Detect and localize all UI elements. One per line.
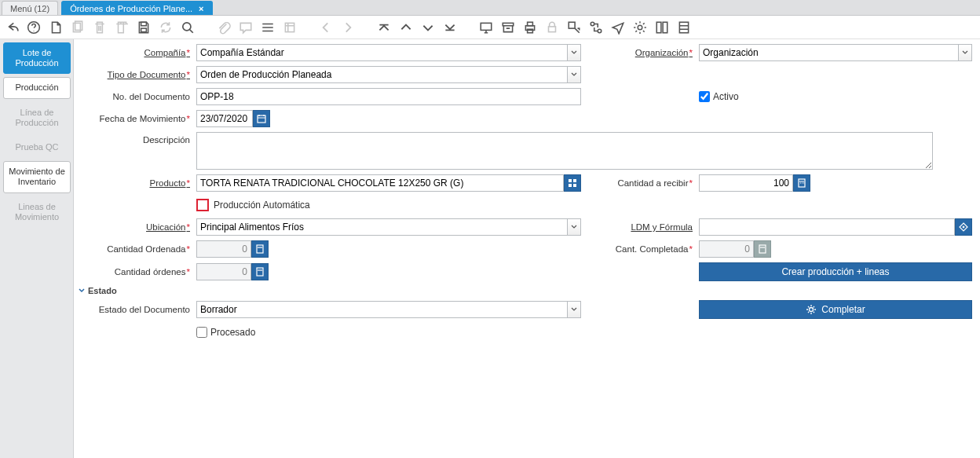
chevron-down-icon <box>79 288 85 294</box>
record-nav-sidebar: Lote de Producción Producción Línea de P… <box>0 39 74 458</box>
svg-rect-6 <box>285 23 294 31</box>
sidebar-header[interactable]: Lote de Producción <box>3 42 71 74</box>
main-area: Lote de Producción Producción Línea de P… <box>0 39 980 458</box>
svg-rect-27 <box>257 245 263 253</box>
svg-rect-3 <box>141 22 147 26</box>
svg-point-26 <box>963 226 964 228</box>
printer-icon[interactable] <box>523 20 537 35</box>
csv-icon[interactable] <box>677 20 691 35</box>
svg-rect-11 <box>528 29 533 33</box>
sidebar-item-lineas-mov: Lineas de Movimiento <box>3 196 71 228</box>
gear-icon <box>806 304 817 315</box>
new-icon[interactable] <box>49 20 63 35</box>
label-organizacion: Organización <box>635 48 693 57</box>
report-icon[interactable] <box>479 20 493 35</box>
ldm-lookup-icon[interactable] <box>955 218 972 236</box>
no-doc-field[interactable] <box>196 88 581 105</box>
procesado-checkbox[interactable] <box>196 327 207 338</box>
chevron-down-icon[interactable] <box>567 301 581 318</box>
last-icon[interactable] <box>443 20 457 35</box>
delete-icon <box>93 20 107 35</box>
chevron-down-icon[interactable] <box>567 66 581 83</box>
help-icon[interactable] <box>27 20 41 35</box>
workflow-icon[interactable] <box>589 20 603 35</box>
calc-icon[interactable] <box>251 240 269 258</box>
producto-field[interactable] <box>196 174 564 192</box>
tab-current[interactable]: Órdenes de Producción Plane... × <box>61 1 212 15</box>
chevron-down-icon[interactable] <box>958 44 972 61</box>
cant-completada-field <box>699 240 754 258</box>
nav-next-icon <box>341 20 355 35</box>
refresh-icon <box>159 20 173 35</box>
sidebar-item-produccion[interactable]: Producción <box>3 77 71 98</box>
cant-recibir-field[interactable] <box>699 174 793 192</box>
save-icon[interactable] <box>137 20 151 35</box>
search-icon[interactable] <box>181 20 195 35</box>
product-lookup-icon[interactable] <box>564 174 581 192</box>
label-cant-completada: Cant. Completada <box>616 244 693 254</box>
sidebar-item-mov-inventario[interactable]: Movimiento de Inventario <box>3 161 71 192</box>
chevron-down-icon[interactable] <box>567 218 581 236</box>
ubicacion-field[interactable] <box>196 218 567 236</box>
activo-checkbox-wrap[interactable]: Activo <box>699 91 739 102</box>
svg-rect-22 <box>573 179 576 182</box>
crear-produccion-label: Crear producción + lineas <box>781 266 889 277</box>
svg-point-30 <box>810 308 814 312</box>
prod-auto-checkbox[interactable] <box>196 199 209 211</box>
cant-ordenada-field <box>196 240 251 258</box>
chevron-down-icon[interactable] <box>567 44 581 61</box>
sidebar-item-linea-produccion: Línea de Producción <box>3 102 71 134</box>
ldm-field[interactable] <box>699 218 955 236</box>
close-icon[interactable]: × <box>199 4 203 13</box>
completar-button[interactable]: Completar <box>699 300 972 319</box>
copy-icon <box>71 20 85 35</box>
crear-produccion-button[interactable]: Crear producción + lineas <box>699 262 972 281</box>
tab-current-label: Órdenes de Producción Plane... <box>70 4 192 13</box>
gear-icon[interactable] <box>633 20 647 35</box>
first-icon[interactable] <box>377 20 391 35</box>
section-header-estado[interactable]: Estado <box>79 286 972 295</box>
label-tipo-doc: Tipo de Documento <box>108 70 190 79</box>
procesado-checkbox-wrap[interactable]: Procesado <box>196 327 255 338</box>
activo-checkbox[interactable] <box>699 91 710 102</box>
archive-icon[interactable] <box>501 20 515 35</box>
tab-menu[interactable]: Menú (12) <box>2 1 58 15</box>
customize-icon[interactable] <box>655 20 669 35</box>
nav-prev-icon <box>319 20 333 35</box>
compania-field[interactable] <box>196 44 567 61</box>
svg-rect-24 <box>573 184 576 187</box>
label-prod-auto: Producción Automática <box>214 200 310 211</box>
svg-rect-21 <box>569 179 572 182</box>
history-icon <box>283 20 297 35</box>
calc-icon[interactable] <box>251 263 269 280</box>
form-panel: Compañía Organización Tipo de Documento <box>74 39 980 458</box>
zoom-icon[interactable] <box>567 20 581 35</box>
chat-icon <box>239 20 253 35</box>
grid-toggle-icon[interactable] <box>261 20 275 35</box>
label-fecha-mov: Fecha de Movimiento <box>100 114 190 123</box>
fecha-mov-field[interactable] <box>196 110 253 127</box>
organizacion-field[interactable] <box>699 44 958 61</box>
up-icon[interactable] <box>399 20 413 35</box>
undo-icon[interactable] <box>5 20 19 35</box>
sidebar-item-prueba-qc: Prueba QC <box>3 137 71 158</box>
label-compania: Compañía <box>144 48 190 57</box>
down-icon[interactable] <box>421 20 435 35</box>
estado-doc-field[interactable] <box>196 301 567 318</box>
svg-rect-18 <box>663 22 667 33</box>
label-ldm: LDM y Fórmula <box>631 222 693 232</box>
label-procesado: Procesado <box>210 327 255 338</box>
label-producto: Producto <box>149 178 190 188</box>
svg-rect-7 <box>481 23 492 30</box>
send-icon[interactable] <box>611 20 625 35</box>
calendar-icon[interactable] <box>253 110 270 127</box>
tipo-doc-field[interactable] <box>196 66 567 83</box>
svg-rect-20 <box>258 115 265 123</box>
completar-label: Completar <box>821 304 865 315</box>
calc-icon[interactable] <box>793 174 810 192</box>
delete-multi-icon <box>115 20 129 35</box>
descripcion-field[interactable] <box>196 132 933 170</box>
label-cant-recibir: Cantidad a recibir <box>617 178 693 188</box>
label-descripcion: Descripción <box>143 135 190 145</box>
window-tabstrip: Menú (12) Órdenes de Producción Plane...… <box>0 0 980 16</box>
